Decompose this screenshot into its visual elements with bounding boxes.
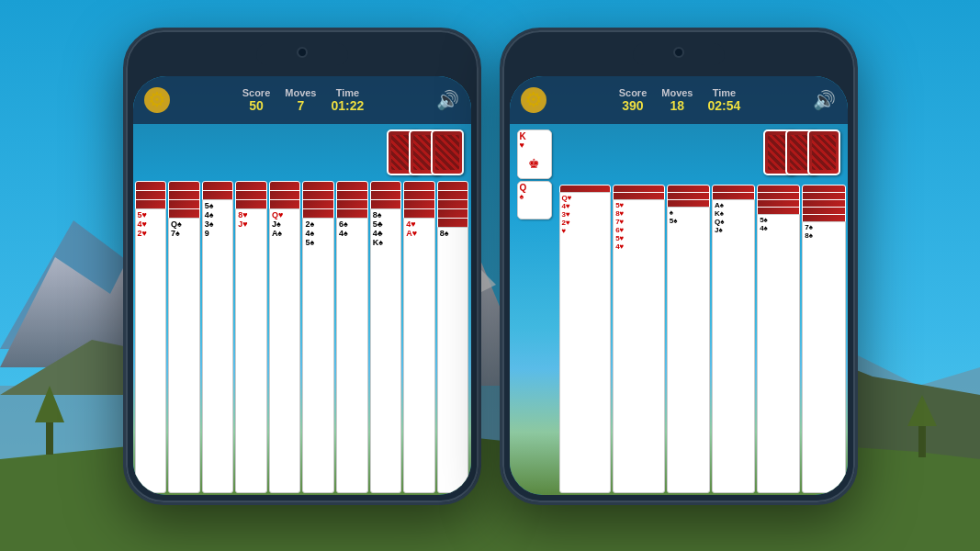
card-rank: 6♠ — [339, 219, 366, 229]
phone-1-moves-stat: Moves 7 — [285, 87, 316, 113]
face-up-card[interactable]: Q♠ 7♠ — [168, 218, 200, 493]
sound-icon-1[interactable]: 🔊 — [436, 89, 459, 111]
gear-icon-2[interactable] — [521, 87, 546, 113]
card-rank: 4♥ — [615, 242, 662, 251]
phone-2-moves-value: 18 — [661, 98, 693, 113]
card-rank: 3♠ — [205, 219, 231, 229]
king-face: ♚ — [520, 150, 549, 176]
phone-1-col-3: 5♠ 4♠ 3♠ 9 — [202, 181, 234, 493]
phone-1-screen: Score 50 Moves 7 Time 01:22 — [133, 76, 471, 495]
phone-2-stock[interactable] — [774, 129, 840, 175]
card-rank: 2♥ — [562, 219, 609, 227]
phone-2-score-label: Score — [619, 87, 648, 98]
phone-1-score-value: 50 — [242, 98, 271, 113]
face-up-card[interactable]: 8♠ 5♣ 4♣ K♠ — [370, 208, 402, 493]
phone-1-col-5: Q♥ J♠ A♠ — [269, 181, 301, 493]
face-up-col-6[interactable]: 7♠ 8♠ — [802, 221, 845, 493]
queen-card[interactable]: Q ♠ — [517, 181, 552, 219]
phone-2-col-3: ♠ 5♠ — [667, 185, 710, 493]
card-rank: J♥ — [238, 219, 265, 229]
stock-card-1-3[interactable] — [431, 129, 464, 175]
face-up-col-1[interactable]: Q♥ 4♥ 3♥ 2♥ ♥ — [559, 192, 612, 493]
face-up-card[interactable]: Q♥ J♠ A♠ — [269, 208, 301, 493]
card-rank: 7♠ — [805, 223, 842, 231]
face-up-col-5[interactable]: 5♠ 4♠ — [757, 214, 800, 493]
face-up-card[interactable]: 4♥ A♥ — [403, 218, 435, 493]
phone-2-score-stat: Score 390 — [619, 87, 648, 113]
phone-1-col-2: Q♠ 7♠ — [168, 181, 200, 493]
card-rank: 5♥ — [138, 210, 164, 219]
card-rank: 5♥ — [615, 201, 662, 209]
card-rank: Q♠ — [171, 219, 197, 229]
face-up-card[interactable]: 8♥ J♥ — [235, 208, 267, 493]
card-rank: 2♥ — [138, 229, 164, 238]
phone-2-frame: Score 390 Moves 18 Time 02:54 — [500, 28, 858, 505]
phone-1-stats: Score 50 Moves 7 Time 01:22 — [242, 87, 365, 113]
phone-2-tableau: Q♥ 4♥ 3♥ 2♥ ♥ 5♥ — [559, 185, 846, 493]
face-up-col-3[interactable]: ♠ 5♠ — [667, 207, 710, 493]
face-up-card[interactable]: 8♠ — [437, 227, 469, 493]
phone-1-stock[interactable] — [398, 129, 464, 175]
phone-1-tableau: 5♥ 4♥ 2♥ Q♠ — [135, 181, 469, 493]
stock-card-2-3[interactable] — [807, 129, 840, 175]
card-rank: 7♥ — [615, 218, 662, 226]
card-rank: 8♥ — [615, 209, 662, 218]
card-rank: A♠ — [272, 229, 299, 238]
phone-2-header: Score 390 Moves 18 Time 02:54 — [510, 76, 848, 124]
card-rank: 7♠ — [171, 229, 197, 238]
card-rank: 8♠ — [440, 229, 467, 238]
card-rank: 4♣ — [373, 229, 400, 238]
card-rank: 4♠ — [760, 224, 797, 232]
svg-rect-23 — [918, 424, 926, 457]
phone-1-time-label: Time — [332, 87, 365, 98]
card-rank: 8♠ — [805, 231, 842, 240]
card-rank: Q♠ — [715, 218, 752, 226]
face-up-card[interactable]: 2♠ 4♠ 5♠ — [302, 218, 334, 493]
phone-2-completed: K ♥ ♚ Q ♠ — [517, 129, 552, 219]
phone-2-time-stat: Time 02:54 — [708, 87, 741, 113]
card-suit-spade: ♠ — [520, 193, 549, 201]
card-rank: 5♠ — [205, 201, 231, 210]
phone-1-camera — [297, 47, 308, 58]
card-rank: A♥ — [406, 229, 433, 238]
phone-1-screen-bg: Score 50 Moves 7 Time 01:22 — [133, 76, 471, 495]
king-card[interactable]: K ♥ ♚ — [517, 129, 552, 179]
phone-1-col-4: 8♥ J♥ — [235, 181, 267, 493]
card-suit-heart: ♥ — [520, 141, 549, 150]
phone-1: Score 50 Moves 7 Time 01:22 — [123, 28, 481, 505]
card-rank: K♠ — [373, 238, 400, 247]
card-rank: ♠ — [670, 208, 707, 217]
phone-1-col-8: 8♠ 5♣ 4♣ K♠ — [370, 181, 402, 493]
card-rank: 5♠ — [670, 217, 707, 225]
card-rank: J♠ — [715, 226, 752, 234]
phone-2-col-6: 7♠ 8♠ — [802, 185, 845, 493]
card-rank: 8♥ — [238, 210, 265, 219]
face-up-card[interactable]: 5♠ 4♠ 3♠ 9 — [202, 199, 234, 493]
face-up-col-4[interactable]: A♠ K♠ Q♠ J♠ — [712, 199, 755, 493]
phone-1-header: Score 50 Moves 7 Time 01:22 — [133, 76, 471, 124]
face-up-col-2[interactable]: 5♥ 8♥ 7♥ 6♥ 5♥ 4♥ — [613, 199, 665, 493]
phone-1-moves-value: 7 — [285, 98, 316, 113]
phone-2-col-1: Q♥ 4♥ 3♥ 2♥ ♥ — [559, 185, 612, 493]
scene: Score 50 Moves 7 Time 01:22 — [0, 0, 980, 551]
phone-1-time-stat: Time 01:22 — [332, 87, 365, 113]
card-rank: 4♠ — [305, 229, 332, 238]
sound-icon-2[interactable]: 🔊 — [813, 89, 836, 111]
phone-1-frame: Score 50 Moves 7 Time 01:22 — [123, 28, 481, 505]
phone-2-camera — [673, 47, 684, 58]
gear-icon-1[interactable] — [144, 87, 170, 113]
card-rank: 5♣ — [373, 219, 400, 229]
phone-2-col-4: A♠ K♠ Q♠ J♠ — [712, 185, 755, 493]
face-up-card[interactable]: 5♥ 4♥ 2♥ — [135, 208, 167, 493]
phone-1-moves-label: Moves — [285, 87, 316, 98]
phone-2-score-value: 390 — [619, 98, 648, 113]
card-rank: ♥ — [562, 227, 609, 235]
card-rank: 3♥ — [562, 210, 609, 219]
card-rank: 5♠ — [760, 216, 797, 224]
card-rank: A♠ — [715, 201, 752, 209]
card-rank: 5♠ — [305, 238, 332, 247]
face-up-card[interactable]: 6♠ 4♠ — [336, 218, 368, 493]
stock-card-2-3-back — [812, 135, 836, 170]
svg-rect-17 — [46, 418, 53, 455]
phone-1-score-label: Score — [242, 87, 271, 98]
